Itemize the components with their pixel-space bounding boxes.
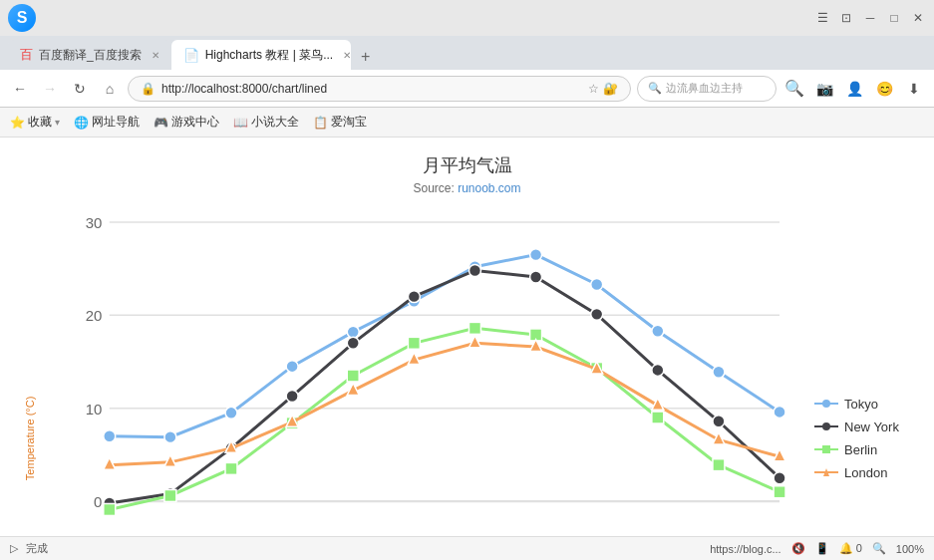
refresh-button[interactable]: ↻ (68, 77, 92, 101)
title-bar-controls: ☰ ⊡ ─ □ ✕ (814, 10, 926, 26)
tab-bar: 百 百度翻译_百度搜索 ✕ 📄 Highcharts 教程 | 菜鸟... ✕ … (0, 36, 934, 70)
page-content: 月平均气温 Source: runoob.com Temperature (°C… (0, 138, 934, 536)
tab-baidu[interactable]: 百 百度翻译_百度搜索 ✕ (8, 40, 171, 70)
chart-source-link[interactable]: runoob.com (458, 181, 520, 195)
legend-item-london: London (814, 465, 904, 480)
chart-main: Temperature (°C) -100102030一月二月三月四月五月六月七… (20, 205, 914, 536)
chevron-down-icon: ▾ (55, 117, 60, 128)
tab-close-baidu[interactable]: ✕ (152, 50, 159, 61)
back-button[interactable]: ← (8, 77, 32, 101)
search-placeholder: 边流鼻血边主持 (666, 81, 743, 96)
tab-favicon-baidu: 百 (20, 46, 33, 64)
svg-point-86 (822, 422, 830, 430)
bookmark-games[interactable]: 🎮 游戏中心 (154, 114, 219, 131)
bookmark-games-label: 游戏中心 (171, 114, 219, 131)
svg-marker-76 (468, 336, 480, 348)
svg-point-55 (652, 364, 664, 376)
bookmark-collect[interactable]: ⭐ 收藏 ▾ (10, 114, 60, 131)
zoom-icon: 🔍 (872, 542, 886, 555)
svg-text:0: 0 (94, 493, 102, 510)
legend-item-berlin: Berlin (814, 442, 904, 457)
bookmark-taobao-label: 爱淘宝 (331, 114, 367, 131)
svg-rect-64 (468, 322, 480, 334)
svg-rect-60 (225, 462, 237, 474)
bookmark-novels[interactable]: 📖 小说大全 (233, 114, 299, 131)
star-icon[interactable]: ☆ (588, 82, 599, 96)
tab-label-highcharts: Highcharts 教程 | 菜鸟... (205, 47, 333, 64)
tab-close-highcharts[interactable]: ✕ (343, 50, 351, 61)
svg-point-43 (652, 325, 664, 337)
svg-point-34 (104, 430, 116, 442)
lock-icon[interactable]: 🔐 (603, 82, 618, 96)
svg-point-53 (530, 271, 542, 283)
bookmark-nav-label: 网址导航 (92, 114, 140, 131)
new-tab-btn[interactable]: + (351, 44, 381, 70)
svg-text:20: 20 (86, 307, 103, 324)
svg-rect-59 (164, 489, 176, 501)
address-bar: ← → ↻ ⌂ 🔒 http://localhost:8000/chart/li… (0, 70, 934, 108)
screenshot-btn[interactable]: 📷 (812, 77, 836, 101)
status-bar: ▷ 完成 https://blog.c... 🔇 📱 🔔 0 🔍 100% (0, 536, 934, 560)
game-icon: 🎮 (154, 116, 168, 130)
home-button[interactable]: ⌂ (98, 77, 122, 101)
maximize-btn[interactable]: □ (886, 10, 902, 26)
book-icon: 📖 (233, 116, 248, 130)
svg-point-84 (822, 400, 830, 408)
bookmark-taobao[interactable]: 📋 爱淘宝 (313, 114, 367, 131)
svg-text:30: 30 (86, 214, 103, 231)
mute-icon: 🔇 (791, 542, 805, 555)
bookmark-novels-label: 小说大全 (251, 114, 299, 131)
svg-rect-68 (713, 459, 725, 471)
svg-point-37 (286, 361, 298, 373)
minimize-btn[interactable]: ─ (862, 10, 878, 26)
legend-item-newyork: New York (814, 420, 904, 434)
svg-point-45 (774, 406, 785, 418)
play-icon: ▷ (10, 542, 18, 555)
forward-button[interactable]: → (38, 77, 62, 101)
chart-legend: Tokyo New York Berli (804, 205, 914, 536)
chart-svg: -100102030一月二月三月四月五月六月七月八月九月十月十一月十二月 (50, 205, 794, 536)
legend-line-berlin (814, 444, 838, 454)
legend-line-london (814, 467, 838, 477)
status-text: 完成 (26, 541, 48, 556)
tab-label-baidu: 百度翻译_百度搜索 (39, 47, 142, 64)
url-bar-icons: ☆ 🔐 (588, 82, 618, 96)
search-box[interactable]: 🔍 边流鼻血边主持 (637, 76, 777, 102)
legend-label-london: London (844, 465, 887, 480)
emoji-btn[interactable]: 😊 (872, 77, 896, 101)
browser-logo: S (8, 4, 36, 32)
legend-line-newyork (814, 421, 838, 431)
tab-favicon-highcharts: 📄 (183, 48, 199, 63)
bookmark-nav[interactable]: 🌐 网址导航 (74, 114, 140, 131)
legend-line-tokyo (814, 399, 838, 409)
legend-label-newyork: New York (844, 420, 899, 434)
download-btn[interactable]: ⬇ (902, 77, 926, 101)
svg-rect-62 (347, 370, 359, 382)
svg-rect-58 (104, 503, 116, 515)
close-btn[interactable]: ✕ (910, 10, 926, 26)
taobao-icon: 📋 (313, 116, 328, 130)
svg-point-36 (225, 407, 237, 419)
svg-point-54 (591, 308, 603, 320)
svg-text:10: 10 (86, 401, 103, 418)
search-btn[interactable]: 🔍 (782, 77, 806, 101)
y-axis-label: Temperature (°C) (20, 205, 40, 536)
split-btn[interactable]: ⊡ (838, 10, 854, 26)
svg-point-38 (347, 326, 359, 338)
svg-rect-67 (652, 412, 664, 423)
globe-icon: 🌐 (74, 116, 89, 130)
notification-icon: 🔔 0 (839, 542, 862, 555)
user-btn[interactable]: 👤 (842, 77, 866, 101)
tab-highcharts[interactable]: 📄 Highcharts 教程 | 菜鸟... ✕ (171, 40, 351, 70)
url-bar[interactable]: 🔒 http://localhost:8000/chart/lined ☆ 🔐 (128, 76, 631, 102)
legend-item-tokyo: Tokyo (814, 397, 904, 412)
chart-title: 月平均气温 (423, 153, 512, 177)
chart-area: -100102030一月二月三月四月五月六月七月八月九月十月十一月十二月 (50, 205, 794, 536)
menu-btn[interactable]: ☰ (814, 10, 830, 26)
svg-point-57 (774, 472, 785, 484)
chart-subtitle: Source: runoob.com (413, 181, 520, 195)
chart-wrapper: 月平均气温 Source: runoob.com Temperature (°C… (0, 138, 934, 536)
svg-rect-63 (408, 337, 420, 349)
zoom-level: 100% (896, 543, 924, 555)
search-icon: 🔍 (648, 82, 662, 95)
